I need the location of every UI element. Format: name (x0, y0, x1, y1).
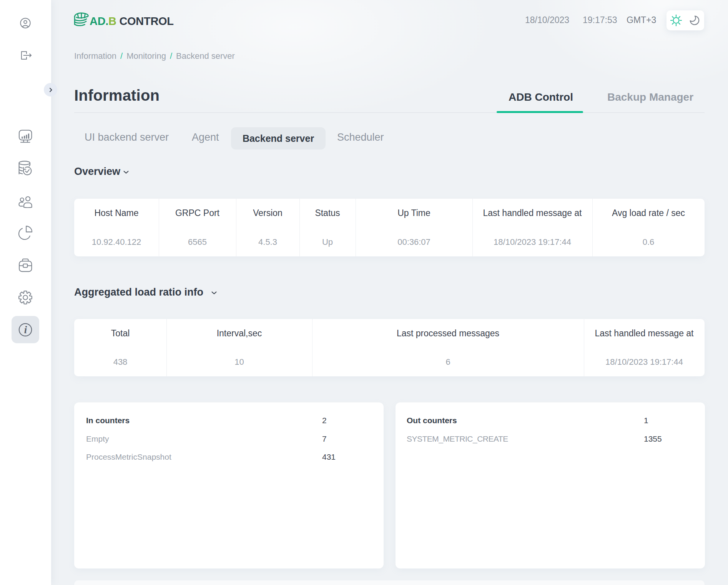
svg-text:i: i (24, 324, 27, 336)
